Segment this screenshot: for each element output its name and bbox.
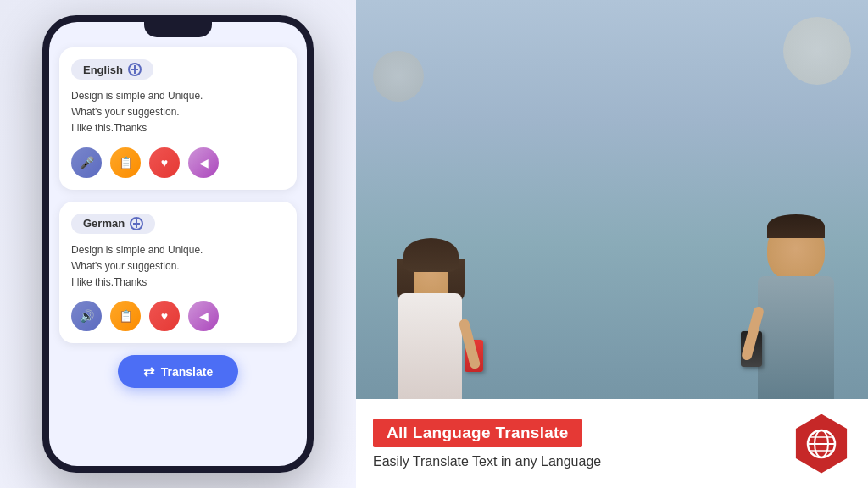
copy-button-target[interactable]: 📋 xyxy=(110,301,141,331)
globe-svg xyxy=(804,427,838,461)
phone-mockup: English Design is simple and Unique. Wha… xyxy=(42,15,314,473)
source-card-text: Design is simple and Unique. What's your… xyxy=(71,88,285,137)
target-language-label: German xyxy=(83,217,125,230)
source-text-line2: What's your suggestion. xyxy=(71,104,285,120)
bottom-banner: All Language Translate Easily Translate … xyxy=(356,399,868,488)
target-text-line2: What's your suggestion. xyxy=(71,258,285,274)
share-button-target[interactable]: ◀ xyxy=(188,301,219,331)
favorite-button-source[interactable]: ♥ xyxy=(149,147,180,178)
target-card-text: Design is simple and Unique. What's your… xyxy=(71,242,285,291)
target-globe-icon xyxy=(130,217,143,230)
source-language-label: English xyxy=(83,64,123,76)
banner-globe-icon xyxy=(792,414,851,474)
target-language-pill[interactable]: German xyxy=(71,214,155,234)
phone-screen: English Design is simple and Unique. Wha… xyxy=(49,22,307,466)
translate-icon: ⇄ xyxy=(143,363,154,380)
woman-figure xyxy=(398,242,462,403)
source-text-line3: I like this.Thanks xyxy=(71,120,285,136)
copy-icon-target: 📋 xyxy=(119,309,133,323)
share-icon-target: ◀ xyxy=(199,309,209,323)
source-globe-icon xyxy=(128,63,142,76)
target-text-line1: Design is simple and Unique. xyxy=(71,242,285,258)
source-card-header: English xyxy=(71,59,285,80)
mic-icon: 🎤 xyxy=(80,156,94,169)
speaker-button[interactable]: 🔊 xyxy=(71,301,102,331)
copy-button-source[interactable]: 📋 xyxy=(110,147,141,178)
heart-icon-target: ♥ xyxy=(161,309,168,323)
target-card: German Design is simple and Unique. What… xyxy=(59,202,297,344)
share-icon: ◀ xyxy=(199,156,209,169)
bg-blur-1 xyxy=(783,17,851,85)
copy-icon: 📋 xyxy=(119,156,133,169)
translate-button[interactable]: ⇄ Translate xyxy=(118,355,238,388)
heart-icon: ♥ xyxy=(161,156,168,169)
source-language-pill[interactable]: English xyxy=(71,59,153,80)
source-card: English Design is simple and Unique. Wha… xyxy=(59,47,297,190)
banner-title-box: All Language Translate xyxy=(373,419,582,447)
source-card-actions: 🎤 📋 ♥ ◀ xyxy=(71,147,285,178)
favorite-button-target[interactable]: ♥ xyxy=(149,301,180,331)
target-text-line3: I like this.Thanks xyxy=(71,274,285,291)
left-panel: English Design is simple and Unique. Wha… xyxy=(0,0,356,488)
speaker-icon: 🔊 xyxy=(80,309,94,323)
man-figure xyxy=(758,217,834,403)
banner-text-block: All Language Translate Easily Translate … xyxy=(373,419,779,469)
banner-title: All Language Translate xyxy=(387,424,569,441)
banner-subtitle: Easily Translate Text in any Language xyxy=(373,454,779,469)
bg-blur-2 xyxy=(373,51,424,102)
target-card-actions: 🔊 📋 ♥ ◀ xyxy=(71,301,285,331)
source-text-line1: Design is simple and Unique. xyxy=(71,88,285,104)
phone-content: English Design is simple and Unique. Wha… xyxy=(49,37,307,466)
share-button-source[interactable]: ◀ xyxy=(188,147,219,178)
mic-button[interactable]: 🎤 xyxy=(71,147,102,178)
phone-notch xyxy=(144,22,212,37)
target-card-header: German xyxy=(71,214,285,234)
translate-button-label: Translate xyxy=(161,365,213,379)
right-panel: All Language Translate Easily Translate … xyxy=(356,0,868,488)
